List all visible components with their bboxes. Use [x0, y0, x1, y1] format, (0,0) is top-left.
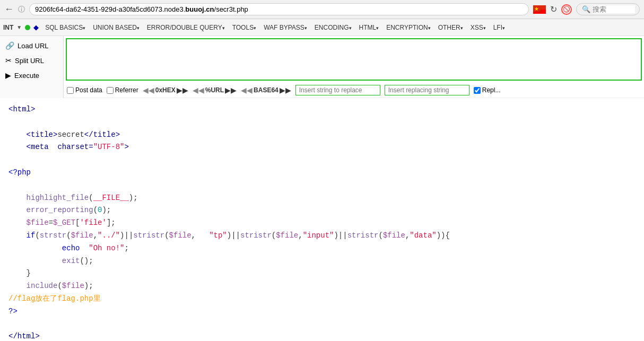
url-area: Post data Referrer ◀◀ 0xHEX ▶▶ ◀◀ %URL ▶… — [64, 36, 644, 98]
hackbar-label: INT — [3, 24, 13, 31]
code-line-if: if(strstr($file,"../")||stristr($file, "… — [8, 230, 636, 242]
menu-encoding[interactable]: ENCODING▾ — [311, 23, 355, 32]
search-icon: 🔍 — [582, 5, 590, 13]
replace-check-label[interactable]: Repl... — [474, 86, 501, 94]
url-text: 9206fc64-da62-4351-929d-a30fa5cd6073.nod… — [35, 5, 248, 13]
url-prefix: 9206fc64-da62-4351-929d-a30fa5cd6073.nod… — [35, 5, 185, 13]
reload-button[interactable]: ↻ — [550, 4, 557, 14]
code-line-php-close: ?> — [8, 305, 636, 318]
toolbar2: Post data Referrer ◀◀ 0xHEX ▶▶ ◀◀ %URL ▶… — [64, 83, 644, 98]
code-line-exit: exit(); — [8, 255, 636, 268]
star-icon: ◆ — [33, 23, 39, 31]
code-line-comment: //flag放在了flag.php里 — [8, 293, 636, 305]
base64-encode-btn[interactable]: ◀◀ BASE64 ▶▶ — [241, 86, 291, 94]
back-button[interactable]: ← — [4, 4, 14, 15]
pcturl-right-arrow-icon: ▶▶ — [225, 86, 237, 94]
menu-sql-basics[interactable]: SQL BASICS▾ — [42, 23, 89, 32]
menu-other[interactable]: OTHER▾ — [435, 23, 466, 32]
execute-label: Execute — [14, 72, 39, 80]
replace-string-input[interactable] — [295, 85, 380, 95]
post-data-label: Post data — [75, 86, 102, 94]
load-url-label: Load URL — [18, 42, 49, 50]
main-area: 🔗 Load URL ✂ Split URL ▶ Execute Post da… — [0, 36, 644, 98]
url-domain: buuoj.cn — [185, 5, 214, 13]
nav-menu: SQL BASICS▾ UNION BASED▾ ERROR/DOUBLE QU… — [42, 23, 508, 32]
code-line-html-close: </html> — [8, 330, 636, 341]
sidebar: 🔗 Load URL ✂ Split URL ▶ Execute — [0, 36, 64, 98]
browser-bar: ← ⓘ 9206fc64-da62-4351-929d-a30fa5cd6073… — [0, 0, 644, 19]
code-line-blank2 — [8, 154, 636, 167]
replace-label: Repl... — [482, 86, 501, 94]
oxhex-label: 0xHEX — [155, 86, 176, 94]
referrer-checkbox-label[interactable]: Referrer — [107, 86, 138, 94]
referrer-checkbox[interactable] — [107, 87, 114, 94]
code-line-echo: echo "Oh no!"; — [8, 242, 636, 255]
block-icon: 🚫 — [561, 4, 572, 15]
oxhex-right-arrow-icon: ▶▶ — [177, 86, 188, 94]
china-flag-icon: 🇨🇳 — [533, 5, 546, 14]
code-line-brace: } — [8, 267, 636, 280]
menu-html[interactable]: HTML▾ — [356, 23, 382, 32]
oxhex-left-arrow-icon: ◀◀ — [143, 86, 154, 94]
split-url-label: Split URL — [15, 57, 44, 65]
code-line-file-get: $file=$_GET['file']; — [8, 217, 636, 230]
execute-icon: ▶ — [5, 71, 11, 80]
menu-xss[interactable]: XSS▾ — [467, 23, 489, 32]
search-box[interactable]: 🔍 — [576, 3, 640, 15]
menu-union-based[interactable]: UNION BASED▾ — [90, 23, 143, 32]
search-input[interactable] — [593, 5, 635, 13]
replacing-string-input[interactable] — [385, 85, 469, 95]
sidebar-item-execute[interactable]: ▶ Execute — [0, 68, 63, 83]
pcturl-encode-btn[interactable]: ◀◀ %URL ▶▶ — [193, 86, 237, 94]
pcturl-label: %URL — [205, 86, 224, 94]
menu-encryption[interactable]: ENCRYPTION▾ — [383, 23, 433, 32]
info-icon: ⓘ — [18, 5, 25, 14]
oxhex-encode-btn[interactable]: ◀◀ 0xHEX ▶▶ — [143, 86, 188, 94]
pcturl-left-arrow-icon: ◀◀ — [193, 86, 204, 94]
code-line-title: <title>secret</title> — [8, 129, 636, 142]
menu-error-double[interactable]: ERROR/DOUBLE QUERY▾ — [144, 23, 228, 32]
menu-lfi[interactable]: LFI▾ — [490, 23, 508, 32]
menu-tools[interactable]: TOOLS▾ — [229, 23, 259, 32]
code-area: <html> <title>secret</title> <meta chars… — [0, 98, 644, 341]
code-line-blank1 — [8, 116, 636, 129]
base64-right-arrow-icon: ▶▶ — [280, 86, 291, 94]
sidebar-item-load-url[interactable]: 🔗 Load URL — [0, 38, 63, 53]
code-line-blank3 — [8, 179, 636, 192]
url-path: /secr3t.php — [214, 5, 248, 13]
replace-checkbox[interactable] — [474, 87, 481, 94]
base64-label: BASE64 — [254, 86, 279, 94]
post-data-checkbox[interactable] — [67, 87, 74, 94]
code-line-meta: <meta charset="UTF-8"> — [8, 141, 636, 154]
sidebar-item-split-url[interactable]: ✂ Split URL — [0, 53, 63, 68]
code-line-include: include($file); — [8, 280, 636, 293]
code-line-html-open: <html> — [8, 103, 636, 116]
green-dot-icon — [25, 25, 30, 30]
split-url-icon: ✂ — [5, 56, 12, 65]
base64-left-arrow-icon: ◀◀ — [241, 86, 253, 94]
code-line-php-open: <?php — [8, 167, 636, 179]
hackbar-toolbar: INT ▼ ◆ SQL BASICS▾ UNION BASED▾ ERROR/D… — [0, 19, 644, 36]
code-line-highlight: highlight_file(__FILE__); — [8, 192, 636, 205]
address-bar[interactable]: 9206fc64-da62-4351-929d-a30fa5cd6073.nod… — [29, 3, 529, 15]
url-input[interactable] — [66, 38, 642, 81]
code-line-error-reporting: error_reporting(0); — [8, 204, 636, 217]
menu-waf-bypass[interactable]: WAF BYPASS▾ — [260, 23, 310, 32]
post-data-checkbox-label[interactable]: Post data — [67, 86, 102, 94]
dropdown-arrow-icon[interactable]: ▼ — [16, 24, 22, 30]
code-line-blank4 — [8, 318, 636, 331]
load-url-icon: 🔗 — [5, 41, 14, 50]
referrer-label: Referrer — [115, 86, 138, 94]
